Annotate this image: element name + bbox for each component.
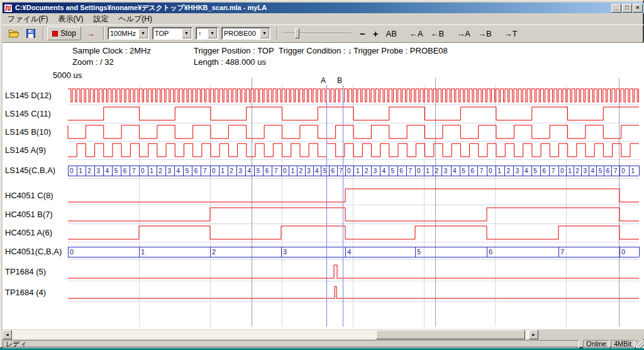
chevron-down-icon[interactable]: ▼	[208, 28, 217, 38]
trigger-edge-select[interactable]: ↑ ▼	[196, 27, 218, 40]
menu-settings[interactable]: 設定	[88, 13, 113, 26]
stop-label: Stop	[60, 29, 76, 38]
status-memory: 4MBit	[611, 340, 635, 348]
close-button[interactable]: ×	[633, 4, 643, 13]
zoom-slider-thumb[interactable]	[295, 28, 299, 38]
trigger-probe-value: PROBE00	[222, 30, 259, 37]
open-file-button[interactable]	[6, 26, 21, 40]
menubar: ファイル(F) 表示(V) 設定 ヘルプ(H)	[3, 13, 644, 25]
menu-help[interactable]: ヘルプ(H)	[113, 13, 157, 26]
toolbar: Stop → 100MHz ▼ TOP ▼ ↑ ▼ PROBE00 ▼ − + …	[3, 25, 644, 43]
menu-file[interactable]: ファイル(F)	[3, 13, 53, 26]
minimize-button[interactable]: _	[611, 4, 621, 13]
sample-clock-select[interactable]: 100MHz ▼	[108, 27, 149, 40]
trigger-probe-select[interactable]: PROBE00 ▼	[221, 27, 270, 40]
run-arrow-icon: →	[86, 28, 95, 38]
stop-button[interactable]: Stop	[47, 26, 81, 40]
logic-analyzer-window: C:¥Documents and Settings¥noname¥デスクトップ¥…	[0, 0, 644, 348]
toolbar-separator	[43, 27, 44, 40]
zoom-slider-track	[282, 33, 352, 34]
horizontal-scrollbar[interactable]: ◄ ►	[3, 330, 538, 339]
window-title: C:¥Documents and Settings¥noname¥デスクトップ¥…	[15, 3, 611, 13]
status-online: Online	[583, 340, 609, 348]
statusbar: レディ Online 4MBit	[3, 339, 644, 348]
goto-trigger-button[interactable]: →T	[501, 28, 521, 40]
scrollbar-strip: ◄ ►	[3, 329, 644, 339]
zoom-in-button[interactable]: +	[370, 27, 382, 40]
save-file-button[interactable]	[23, 26, 38, 40]
chevron-down-icon[interactable]: ▼	[138, 28, 148, 38]
waveform-client-area[interactable]	[3, 43, 644, 329]
zoom-slider[interactable]	[282, 27, 352, 40]
status-ready: レディ	[3, 340, 579, 348]
goto-a-left-button[interactable]: ←A	[406, 28, 426, 40]
titlebar[interactable]: C:¥Documents and Settings¥noname¥デスクトップ¥…	[3, 3, 644, 13]
scroll-left-button[interactable]: ◄	[3, 330, 12, 339]
floppy-disk-icon	[26, 29, 35, 38]
app-icon	[4, 4, 13, 13]
goto-b-right-button[interactable]: →B	[475, 28, 495, 40]
zoom-out-button[interactable]: −	[357, 27, 369, 40]
trigger-position-value: TOP	[153, 30, 181, 37]
stop-icon	[52, 31, 58, 37]
chevron-down-icon[interactable]: ▼	[260, 28, 269, 38]
open-folder-icon	[8, 29, 19, 38]
run-button[interactable]: →	[82, 26, 99, 40]
ab-range-button[interactable]: AB	[383, 28, 400, 40]
trigger-edge-value: ↑	[196, 30, 207, 37]
scrollbar-thumb[interactable]	[376, 330, 525, 339]
goto-b-left-button[interactable]: ←B	[428, 28, 448, 40]
menu-view[interactable]: 表示(V)	[53, 13, 88, 26]
trigger-position-select[interactable]: TOP ▼	[152, 27, 192, 40]
sample-clock-value: 100MHz	[108, 30, 138, 37]
goto-a-right-button[interactable]: →A	[453, 28, 474, 40]
scroll-right-button[interactable]: ►	[529, 330, 538, 339]
toolbar-separator	[277, 27, 278, 40]
toolbar-separator	[103, 27, 104, 40]
resize-grip[interactable]	[636, 340, 644, 348]
chevron-down-icon[interactable]: ▼	[182, 28, 191, 38]
maximize-button[interactable]: □	[622, 4, 632, 13]
